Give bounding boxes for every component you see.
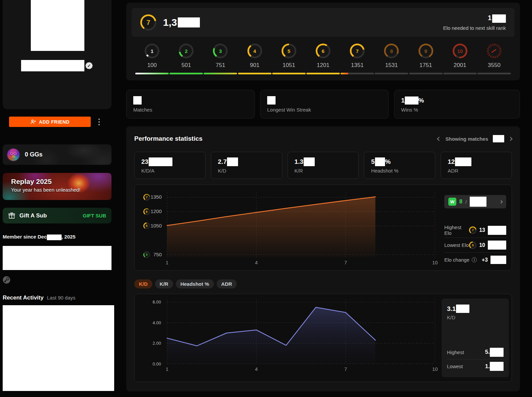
level-9-threshold: 1751 (420, 62, 432, 69)
info-icon[interactable]: i (472, 257, 477, 262)
elo-needed-block: 1 Elo needed to next skill rank (443, 14, 506, 30)
svg-text:0.00: 0.00 (153, 361, 161, 367)
level-1-badge: 1 (145, 44, 159, 58)
elo-history-chart-svg: 14710135012001050750 (135, 185, 442, 270)
adr-stat-card: 12 ADR (441, 152, 512, 179)
level-2-threshold: 501 (181, 62, 191, 69)
svg-text:2.00: 2.00 (153, 341, 161, 346)
gg-count-card[interactable]: GG 25 0 GGs (3, 144, 111, 165)
wins-percent-value: 1% (401, 96, 513, 105)
kda-stat-card: 23 K/D/A (134, 152, 206, 179)
longest-win-streak-value (267, 96, 382, 105)
tab-adr[interactable]: ADR (217, 279, 237, 288)
svg-text:4.00: 4.00 (153, 320, 161, 325)
current-elo-value: 1,3 (163, 17, 200, 28)
elo-change-value: +3 (482, 256, 506, 264)
longest-win-streak-label: Longest Win Streak (267, 107, 382, 113)
level-6-threshold: 1201 (317, 62, 329, 69)
replay-2025-banner[interactable]: Replay 2025 Your year has been unleashed… (3, 173, 111, 200)
tab-headshot[interactable]: Headshot % (176, 279, 214, 288)
wins-percent-prefix: 1 (401, 97, 405, 104)
performance-header: Performance statistics Showing matches (134, 135, 512, 142)
level-7-threshold: 1351 (351, 62, 364, 69)
replay-subtitle: Your year has been unleashed! (11, 187, 111, 193)
kd-highest-value: 5. (485, 348, 504, 357)
elo-stats-rows: Highest Elo 7 13 Lowest Elo 5 10 (444, 223, 506, 267)
skill-level-7-badge-large: 7 (140, 14, 156, 30)
elo-needed-prefix: 1 (488, 14, 491, 21)
loss-count-redacted (470, 197, 486, 207)
showing-matches-count-redacted (493, 135, 504, 142)
kd-highlow-rows: Highest 5. Lowest 1. (447, 345, 504, 373)
verified-badge-icon: ✓ (85, 62, 93, 69)
kd-lowest-label: Lowest (447, 363, 463, 369)
level-9-progressbar (409, 73, 443, 74)
highest-elo-row: Highest Elo 7 13 (444, 223, 506, 238)
gg-count-label: 0 GGs (25, 151, 43, 158)
match-result-summary-button[interactable]: W 8 / (444, 195, 506, 208)
kd-stat-card: 2.7 K/D (211, 152, 282, 179)
tab-kr[interactable]: K/R (155, 279, 173, 288)
kr-value-redacted (304, 157, 315, 166)
kd-value: 2.7 (218, 157, 275, 166)
svg-text:1: 1 (166, 366, 168, 372)
headshot-stat-card: 5% Headshot % (364, 152, 435, 179)
gift-sub-button[interactable]: GIFT SUB (83, 213, 106, 218)
skill-level-4: 4 901 (238, 44, 272, 74)
kd-lowest-row: Lowest 1. (447, 359, 504, 373)
wins-percent-label: Wins % (401, 107, 513, 113)
level-5-progressbar (272, 73, 306, 74)
kd-chart-card: 147106.004.002.000.00 3.1 K/D Highest 5. (134, 294, 512, 382)
more-options-button[interactable] (98, 118, 100, 126)
svg-text:10: 10 (432, 366, 438, 372)
svg-text:1: 1 (166, 260, 168, 265)
kr-stat-card: 1.3 K/R (288, 152, 359, 179)
skill-level-challenger: 3550 (477, 44, 511, 74)
svg-text:10: 10 (432, 260, 438, 265)
recent-activity-title: Recent Activity (3, 294, 44, 301)
svg-text:1050: 1050 (151, 223, 162, 228)
elo-change-label: Elo change (444, 257, 469, 263)
level-5-badge: 5 (282, 44, 296, 58)
kda-value: 23 (141, 157, 199, 166)
wins-percent-redacted (405, 96, 419, 105)
level-7-progressbar (340, 73, 374, 74)
level-3-progressbar (204, 73, 237, 74)
matches-card: Matches (126, 90, 255, 119)
stats-main: 7 1,3 1 Elo needed to next skill rank 1 … (126, 0, 520, 397)
win-count: 8 (459, 199, 462, 205)
current-elo-redacted (178, 17, 200, 27)
level-5-mini-badge: 5 (469, 242, 476, 249)
kd-lowest-redacted (490, 362, 504, 371)
previous-matches-chevron-icon[interactable] (437, 137, 442, 141)
level-3-threshold: 751 (216, 62, 225, 69)
skill-level-8: 8 1531 (374, 44, 408, 74)
profile-info-redacted-block (3, 246, 111, 270)
elo-needed-value: 1 (443, 14, 506, 22)
skill-level-1: 1 100 (135, 44, 169, 74)
skill-level-6: 6 1201 (306, 44, 340, 74)
kda-label: K/D/A (141, 168, 199, 174)
tab-kd[interactable]: K/D (134, 279, 152, 288)
next-matches-chevron-icon[interactable] (508, 137, 513, 141)
win-separator: / (465, 199, 467, 205)
adr-label: ADR (448, 168, 505, 174)
skill-level-2: 2 501 (169, 44, 203, 74)
avatar (31, 0, 84, 51)
kd-chart-svg: 147106.004.002.000.00 (135, 294, 442, 381)
wins-percent-suffix: % (419, 97, 424, 104)
adr-value: 12 (448, 157, 505, 166)
add-friend-button[interactable]: ADD FRIEND (9, 117, 91, 127)
performance-statistics-section: Performance statistics Showing matches 2… (126, 126, 520, 391)
svg-text:7: 7 (344, 260, 347, 265)
level-8-badge: 8 (384, 44, 399, 58)
recent-activity-header: Recent Activity Last 90 days (3, 294, 114, 301)
level-1-progressbar (135, 73, 169, 74)
elo-side-panel: W 8 / Highest Elo 7 13 Lowest (442, 185, 512, 270)
friend-actions-row: ADD FRIEND (3, 117, 114, 127)
svg-text:4: 4 (255, 260, 257, 265)
level-2-badge: 2 (179, 44, 194, 58)
replay-title: Replay 2025 (11, 178, 111, 186)
kd-average-label: K/D (447, 315, 504, 320)
steam-icon[interactable] (3, 276, 10, 284)
